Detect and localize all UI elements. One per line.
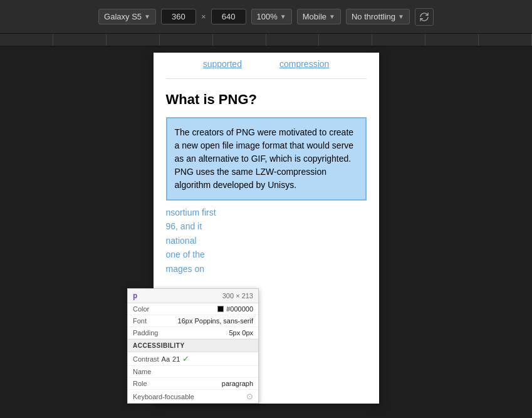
ruler-strip — [0, 34, 532, 46]
main-area: supported compression What is PNG? The c… — [0, 46, 532, 417]
inspector-padding-row: Padding 5px 0px — [128, 327, 258, 339]
continuation-line-5: mages on — [166, 262, 367, 276]
chevron-down-icon: ▼ — [280, 13, 286, 20]
ruler-mark — [160, 34, 213, 46]
inspector-role-row: Role paragraph — [128, 378, 258, 390]
padding-value: 5px 0px — [229, 329, 253, 337]
name-label: Name — [133, 368, 151, 375]
font-value: 16px Poppins, sans-serif — [178, 317, 253, 325]
check-icon: ✓ — [182, 354, 189, 363]
ruler-mark — [0, 34, 53, 46]
continuation-line-4: one of the — [166, 248, 367, 261]
keyboard-icon: ⊙ — [246, 392, 253, 401]
highlighted-paragraph: The creators of PNG were motivated to cr… — [166, 117, 367, 201]
toolbar: Galaxy S5 ▼ × 100% ▼ Mobile ▼ No throttl… — [0, 0, 532, 34]
mobile-label: Mobile — [303, 12, 326, 21]
inspector-header: p 300 × 213 — [128, 289, 258, 303]
ruler-mark — [372, 34, 425, 46]
zoom-select[interactable]: 100% ▼ — [251, 9, 292, 24]
throttle-select[interactable]: No throttling ▼ — [346, 9, 410, 24]
inspector-color-row: Color #000000 — [128, 303, 258, 315]
padding-label: Padding — [133, 329, 158, 337]
throttle-label: No throttling — [352, 12, 395, 21]
continuation-line-1: nsortium first — [166, 206, 367, 219]
contrast-left: Contrast Aa 21 ✓ — [133, 354, 189, 363]
color-value: #000000 — [217, 305, 253, 313]
ruler-mark — [319, 34, 372, 46]
font-label: Font — [133, 317, 147, 325]
ruler-marks — [0, 34, 532, 46]
supported-link[interactable]: supported — [203, 59, 242, 69]
color-swatch — [217, 306, 224, 312]
height-input[interactable] — [211, 9, 246, 24]
inspector-name-row: Name — [128, 366, 258, 378]
ruler-mark — [107, 34, 160, 46]
role-label: Role — [133, 380, 147, 387]
ruler-mark — [266, 34, 320, 46]
device-label: Galaxy S5 — [104, 12, 142, 21]
mobile-select[interactable]: Mobile ▼ — [297, 9, 341, 24]
inspector-font-row: Font 16px Poppins, sans-serif — [128, 315, 258, 327]
device-select[interactable]: Galaxy S5 ▼ — [98, 9, 156, 24]
dimension-separator: × — [201, 12, 206, 21]
chevron-down-icon: ▼ — [144, 13, 150, 20]
continuation-line-2: 96, and it — [166, 219, 367, 233]
accessibility-header: ACCESSIBILITY — [128, 339, 258, 352]
inspector-contrast-row: Contrast Aa 21 ✓ — [128, 352, 258, 366]
compression-link[interactable]: compression — [279, 59, 329, 69]
keyboard-label: Keyboard-focusable — [133, 393, 194, 400]
top-links: supported compression — [166, 53, 367, 78]
contrast-label: Contrast — [133, 355, 159, 363]
ruler-mark — [213, 34, 266, 46]
role-value: paragraph — [222, 380, 253, 387]
phone-content: supported compression What is PNG? The c… — [154, 53, 379, 291]
inspector-tag: p — [133, 291, 137, 300]
ruler-mark — [53, 34, 107, 46]
rotate-button[interactable] — [415, 8, 434, 26]
ruler-mark — [479, 34, 532, 46]
contrast-value: 21 — [172, 355, 180, 363]
chevron-down-icon: ▼ — [398, 13, 404, 20]
inspector-popup: p 300 × 213 Color #000000 Font 16px Popp… — [127, 288, 259, 404]
section-heading: What is PNG? — [166, 91, 367, 108]
zoom-label: 100% — [257, 12, 278, 21]
inspector-keyboard-row: Keyboard-focusable ⊙ — [128, 390, 258, 403]
contrast-aa: Aa — [162, 355, 170, 363]
ruler-mark — [425, 34, 479, 46]
color-label: Color — [133, 305, 149, 313]
inspector-dimensions: 300 × 213 — [222, 292, 253, 300]
chevron-down-icon: ▼ — [329, 13, 335, 20]
divider — [166, 78, 367, 79]
continuation-text: nsortium first 96, and it national one o… — [166, 206, 367, 278]
width-input[interactable] — [161, 9, 196, 24]
color-hex: #000000 — [226, 305, 253, 313]
continuation-line-3: national — [166, 234, 367, 248]
